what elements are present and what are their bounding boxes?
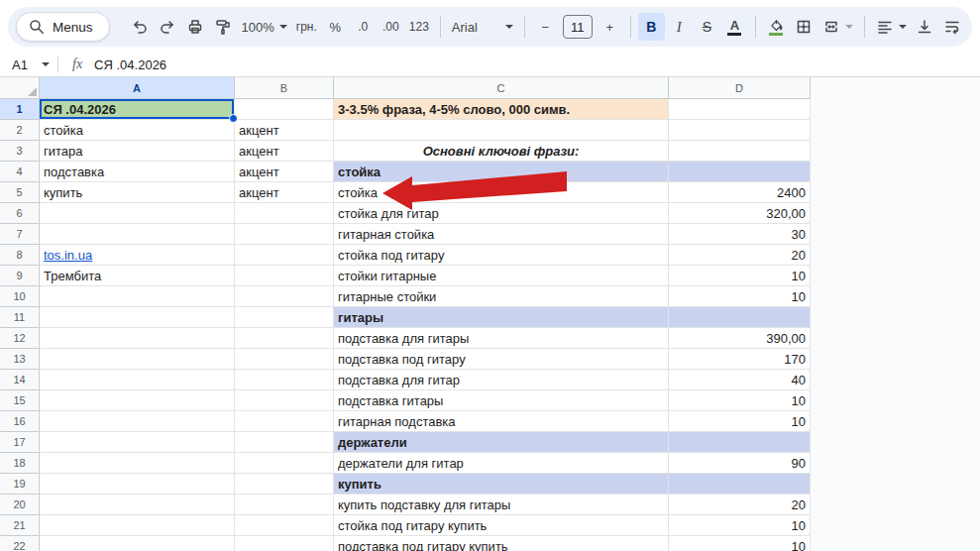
row-header-17[interactable]: 17 <box>0 432 40 453</box>
row-header-6[interactable]: 6 <box>0 203 40 224</box>
cell-D14[interactable]: 40 <box>669 370 811 390</box>
cell-A4[interactable]: подставка <box>40 162 235 182</box>
row-header-18[interactable]: 18 <box>0 453 40 474</box>
cell-D2[interactable] <box>669 120 811 141</box>
cell-A15[interactable] <box>40 390 235 411</box>
row-header-16[interactable]: 16 <box>0 411 40 432</box>
italic-button[interactable]: I <box>666 13 693 41</box>
cell-B20[interactable] <box>235 495 334 515</box>
cell-D11[interactable] <box>669 307 811 328</box>
cell-D21[interactable]: 10 <box>669 515 811 536</box>
cell-C19[interactable]: купить <box>334 474 669 495</box>
cell-C10[interactable]: гитарные стойки <box>334 286 669 307</box>
cell-A10[interactable] <box>40 286 235 307</box>
cell-B15[interactable] <box>235 390 334 411</box>
merge-cells-button[interactable] <box>818 13 857 41</box>
cell-B21[interactable] <box>235 515 334 536</box>
cell-A9[interactable]: Трембита <box>40 266 235 286</box>
cell-B12[interactable] <box>235 328 334 349</box>
cell-C11[interactable]: гитары <box>334 307 669 328</box>
cell-A5[interactable]: купить <box>40 182 235 203</box>
row-header-2[interactable]: 2 <box>0 120 40 141</box>
cell-D13[interactable]: 170 <box>669 349 811 370</box>
cell-B3[interactable]: акцент <box>235 141 334 162</box>
column-header-B[interactable]: B <box>235 77 334 99</box>
cell-C15[interactable]: подставка гитары <box>334 390 669 411</box>
print-button[interactable] <box>182 13 209 41</box>
cell-A8[interactable]: tos.in.ua <box>40 245 235 266</box>
cell-A1[interactable]: СЯ .04.2026 <box>40 99 235 120</box>
cell-A2[interactable]: стойка <box>40 120 235 141</box>
cell-C9[interactable]: стойки гитарные <box>334 266 669 286</box>
cell-D6[interactable]: 320,00 <box>669 203 811 224</box>
cell-C1[interactable]: 3-3.5% фраза, 4-5% слово, 000 симв. <box>334 99 669 120</box>
cell-C18[interactable]: держатели для гитар <box>334 453 669 474</box>
cell-B1[interactable] <box>235 99 334 120</box>
row-header-5[interactable]: 5 <box>0 182 40 203</box>
cell-C14[interactable]: подставка для гитар <box>334 370 669 390</box>
cell-B7[interactable] <box>235 224 334 245</box>
cell-C13[interactable]: подставка под гитару <box>334 349 669 370</box>
cell-C2[interactable] <box>334 120 669 141</box>
cell-C16[interactable]: гитарная подставка <box>334 411 669 432</box>
cell-A3[interactable]: гитара <box>40 141 235 162</box>
row-header-14[interactable]: 14 <box>0 370 40 390</box>
cell-B14[interactable] <box>235 370 334 390</box>
cell-B16[interactable] <box>235 411 334 432</box>
cell-D16[interactable]: 10 <box>669 411 811 432</box>
cell-C8[interactable]: стойка под гитару <box>334 245 669 266</box>
cell-B19[interactable] <box>235 474 334 495</box>
cell-D8[interactable]: 20 <box>669 245 811 266</box>
cell-A13[interactable] <box>40 349 235 370</box>
cell-D12[interactable]: 390,00 <box>669 328 811 349</box>
cell-D9[interactable]: 10 <box>669 266 811 286</box>
cell-D3[interactable] <box>669 141 811 162</box>
percent-format-button[interactable]: % <box>322 13 349 41</box>
cell-C7[interactable]: гитарная стойка <box>334 224 669 245</box>
paint-format-button[interactable] <box>210 13 237 41</box>
row-header-12[interactable]: 12 <box>0 328 40 349</box>
cell-C21[interactable]: стойка под гитару купить <box>334 515 669 536</box>
cell-B4[interactable]: акцент <box>235 162 334 182</box>
cell-B5[interactable]: акцент <box>235 182 334 203</box>
row-header-21[interactable]: 21 <box>0 515 40 536</box>
cell-D7[interactable]: 30 <box>669 224 811 245</box>
cell-A17[interactable] <box>40 432 235 453</box>
cell-C22[interactable]: подставка под гитару купить <box>334 536 669 551</box>
cell-C17[interactable]: держатели <box>334 432 669 453</box>
decrease-font-size-button[interactable]: − <box>532 13 559 41</box>
cell-B10[interactable] <box>235 286 334 307</box>
more-formats-button[interactable]: 123 <box>405 13 433 41</box>
cell-B17[interactable] <box>235 432 334 453</box>
cell-C3[interactable]: Основні ключові фрази: <box>334 141 669 162</box>
horizontal-align-button[interactable] <box>872 13 911 41</box>
cell-A12[interactable] <box>40 328 235 349</box>
cell-A16[interactable] <box>40 411 235 432</box>
cell-A21[interactable] <box>40 515 235 536</box>
cell-D18[interactable]: 90 <box>669 453 811 474</box>
cell-reference-box[interactable]: A1 <box>0 57 57 72</box>
cell-C6[interactable]: стойка для гитар <box>334 203 669 224</box>
column-header-C[interactable]: C <box>334 77 669 99</box>
cell-B18[interactable] <box>235 453 334 474</box>
cell-D1[interactable] <box>669 99 811 120</box>
cell-C12[interactable]: подставка для гитары <box>334 328 669 349</box>
text-rotation-button[interactable] <box>967 13 972 41</box>
cell-D17[interactable] <box>669 432 811 453</box>
cell-B9[interactable] <box>235 266 334 286</box>
undo-button[interactable] <box>127 13 154 41</box>
bold-button[interactable]: B <box>638 13 665 41</box>
row-header-7[interactable]: 7 <box>0 224 40 245</box>
decrease-decimal-button[interactable]: .0 <box>350 13 377 41</box>
currency-format-button[interactable]: грн. <box>292 13 321 41</box>
cell-B2[interactable]: акцент <box>235 120 334 141</box>
cell-A7[interactable] <box>40 224 235 245</box>
row-header-8[interactable]: 8 <box>0 245 40 266</box>
cell-C4[interactable]: стойка <box>334 162 669 182</box>
cell-A19[interactable] <box>40 474 235 495</box>
cell-D4[interactable] <box>669 162 811 182</box>
row-header-11[interactable]: 11 <box>0 307 40 328</box>
row-header-1[interactable]: 1 <box>0 99 40 120</box>
cell-D20[interactable]: 20 <box>669 495 811 515</box>
column-header-A[interactable]: A <box>40 77 235 99</box>
